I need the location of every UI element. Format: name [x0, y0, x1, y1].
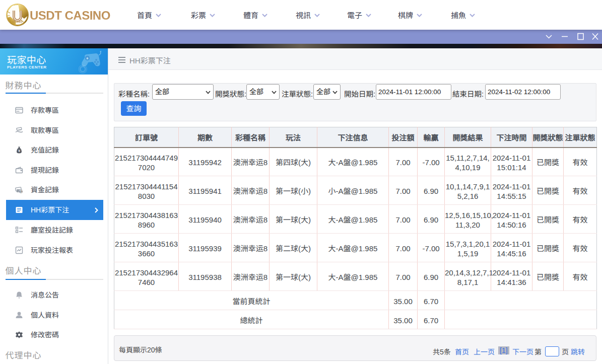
svg-text:CASINO: CASINO	[13, 21, 23, 23]
svg-text:$: $	[20, 190, 22, 193]
